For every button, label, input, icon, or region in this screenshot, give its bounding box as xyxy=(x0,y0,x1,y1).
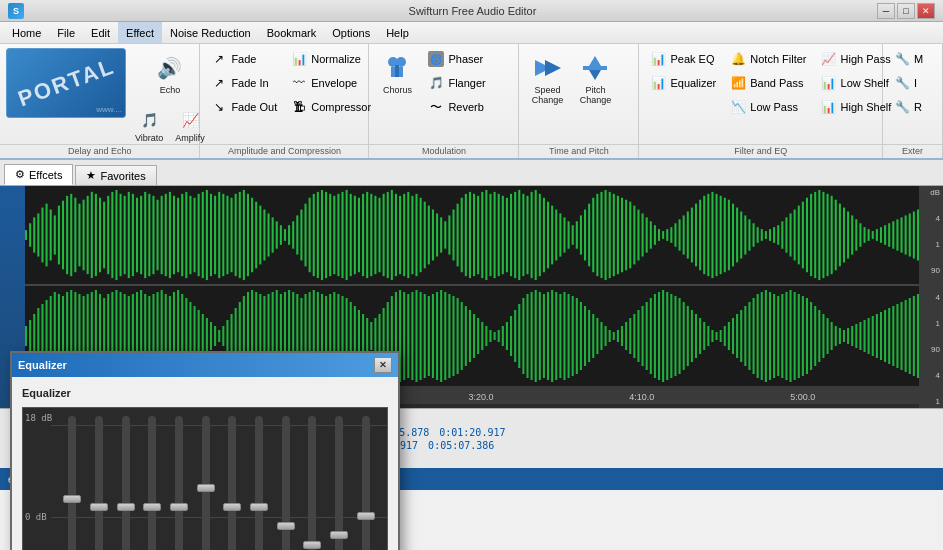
eq-handle-500[interactable] xyxy=(170,503,188,511)
flanger-label: Flanger xyxy=(448,77,485,89)
eq-slider-4k[interactable] xyxy=(255,416,263,550)
external-btn3[interactable]: 🔧 R xyxy=(889,96,928,118)
menu-home[interactable]: Home xyxy=(4,22,49,43)
svg-rect-159 xyxy=(633,206,635,265)
eq-slider-500[interactable] xyxy=(175,416,183,550)
eq-handle-1k[interactable] xyxy=(197,484,215,492)
menu-help[interactable]: Help xyxy=(378,22,417,43)
waveform-svg-top: // This is SVG content, not JS xyxy=(25,186,919,284)
menu-bookmark[interactable]: Bookmark xyxy=(259,22,325,43)
eq-handle-62[interactable] xyxy=(90,503,108,511)
time-pitch-label: Time and Pitch xyxy=(519,144,638,156)
ribbon-group-amplitude: ↗ Fade ↗ Fade In ↘ Fade Out 📊 Normalize xyxy=(200,44,369,158)
ribbon-group-modulation: Chorus 🌀 Phaser 🎵 Flanger 〜 Reverb Modul… xyxy=(369,44,519,158)
vibrato-button[interactable]: 🎵 Vibrato xyxy=(130,104,168,148)
echo-label: Echo xyxy=(160,86,181,96)
svg-rect-387 xyxy=(670,294,672,378)
eq-slider-62[interactable] xyxy=(95,416,103,550)
svg-rect-165 xyxy=(658,229,660,241)
eq-handle-16k[interactable] xyxy=(357,512,375,520)
pitch-change-label: PitchChange xyxy=(580,86,612,106)
svg-rect-61 xyxy=(231,198,233,272)
band-pass-button[interactable]: 📶 Band Pass xyxy=(725,72,811,94)
svg-rect-49 xyxy=(181,194,183,276)
dialog-title: Equalizer xyxy=(18,359,67,371)
svg-rect-54 xyxy=(202,192,204,278)
svg-rect-407 xyxy=(753,298,755,374)
svg-rect-422 xyxy=(814,306,816,366)
ribbon: PORTAL www.... 🔊 Echo 🎵 Vibrato 📈 Am xyxy=(0,44,943,160)
dialog-close-button[interactable]: ✕ xyxy=(374,357,392,373)
menu-effect[interactable]: Effect xyxy=(118,22,162,43)
eq-handle-6k[interactable] xyxy=(277,522,295,530)
watermark-url: www.... xyxy=(96,105,122,114)
low-pass-button[interactable]: 📉 Low Pass xyxy=(725,96,811,118)
external-btn1[interactable]: 🔧 M xyxy=(889,48,928,70)
svg-rect-385 xyxy=(662,290,664,382)
svg-rect-278 xyxy=(222,326,224,346)
compressor-button[interactable]: 🗜 Compressor xyxy=(286,96,376,118)
eq-handle-4k[interactable] xyxy=(250,503,268,511)
eq-handle-125[interactable] xyxy=(117,503,135,511)
svg-rect-57 xyxy=(214,196,216,274)
ruler-mark-3: 3:20.0 xyxy=(468,392,493,402)
window-title: Swifturn Free Audio Editor xyxy=(68,5,877,17)
eq-handle-9k[interactable] xyxy=(303,541,321,549)
menu-options[interactable]: Options xyxy=(324,22,378,43)
svg-rect-341 xyxy=(481,322,483,350)
eq-slider-9k[interactable] xyxy=(308,416,316,550)
svg-rect-426 xyxy=(831,322,833,350)
tab-favorites[interactable]: ★ Favorites xyxy=(75,165,156,185)
tab-effects[interactable]: ⚙ Effcets xyxy=(4,164,73,185)
eq-slider-16k[interactable] xyxy=(362,416,370,550)
svg-rect-18 xyxy=(54,215,56,254)
svg-rect-123 xyxy=(485,190,487,280)
reverb-button[interactable]: 〜 Reverb xyxy=(423,96,490,118)
normalize-button[interactable]: 📊 Normalize xyxy=(286,48,376,70)
speed-change-button[interactable]: SpeedChange xyxy=(525,48,569,110)
svg-rect-412 xyxy=(773,294,775,378)
pitch-change-button[interactable]: PitchChange xyxy=(573,48,617,110)
eq-slider-6k[interactable] xyxy=(282,416,290,550)
svg-rect-31 xyxy=(107,196,109,274)
svg-rect-16 xyxy=(46,204,48,267)
fade-button[interactable]: ↗ Fade xyxy=(206,48,282,70)
svg-rect-59 xyxy=(222,194,224,276)
chorus-button[interactable]: Chorus xyxy=(375,48,419,100)
eq-handle-31[interactable] xyxy=(63,495,81,503)
eq-slider-31[interactable] xyxy=(68,416,76,550)
flanger-button[interactable]: 🎵 Flanger xyxy=(423,72,490,94)
menu-edit[interactable]: Edit xyxy=(83,22,118,43)
eq-band-500: 500 xyxy=(168,416,190,550)
eq-slider-2k[interactable] xyxy=(228,416,236,550)
compressor-icon: 🗜 xyxy=(291,99,307,115)
minimize-button[interactable]: ─ xyxy=(877,3,895,19)
eq-handle-12k[interactable] xyxy=(330,531,348,539)
svg-rect-386 xyxy=(666,292,668,380)
eq-slider-12k[interactable] xyxy=(335,416,343,550)
menu-noise-reduction[interactable]: Noise Reduction xyxy=(162,22,259,43)
envelope-button[interactable]: 〰 Envelope xyxy=(286,72,376,94)
eq-slider-1k[interactable] xyxy=(202,416,210,550)
equalizer-button[interactable]: 📊 Equalizer xyxy=(645,72,721,94)
phaser-button[interactable]: 🌀 Phaser xyxy=(423,48,490,70)
maximize-button[interactable]: □ xyxy=(897,3,915,19)
fade-in-button[interactable]: ↗ Fade In xyxy=(206,72,282,94)
peak-eq-button[interactable]: 📊 Peak EQ xyxy=(645,48,721,70)
svg-rect-444 xyxy=(905,300,907,372)
close-button[interactable]: ✕ xyxy=(917,3,935,19)
svg-rect-384 xyxy=(658,292,660,380)
external-btn2[interactable]: 🔧 I xyxy=(889,72,928,94)
svg-rect-208 xyxy=(835,200,837,271)
eq-handle-2k[interactable] xyxy=(223,503,241,511)
eq-band-31: 31 xyxy=(61,416,83,550)
notch-filter-button[interactable]: 🔔 Notch Filter xyxy=(725,48,811,70)
svg-rect-375 xyxy=(621,326,623,346)
fade-out-button[interactable]: ↘ Fade Out xyxy=(206,96,282,118)
eq-handle-252[interactable] xyxy=(143,503,161,511)
echo-button[interactable]: 🔊 Echo xyxy=(130,48,210,100)
eq-slider-252[interactable] xyxy=(148,416,156,550)
waveform-track-top: // This is SVG content, not JS xyxy=(25,186,919,286)
menu-file[interactable]: File xyxy=(49,22,83,43)
eq-slider-125[interactable] xyxy=(122,416,130,550)
